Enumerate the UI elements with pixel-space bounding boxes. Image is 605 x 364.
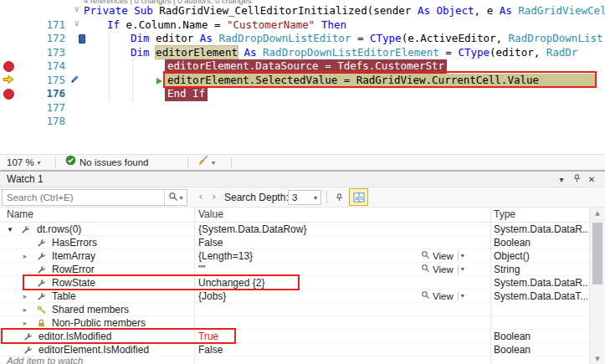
watch-value[interactable]: Unchanged {2} — [198, 276, 420, 290]
svg-text:b: b — [360, 195, 363, 201]
search-depth-value: 3 — [292, 192, 297, 203]
watch-row[interactable]: ▸ Non-Public members — [0, 316, 590, 330]
watch-name[interactable]: RowState — [52, 276, 95, 290]
magnifier-icon — [421, 290, 430, 303]
code-line-breakpoint[interactable]: 177 End If — [0, 87, 605, 101]
code-cleanup-broom-icon — [197, 155, 208, 171]
watch-type: Boolean — [494, 236, 587, 249]
code-line-current[interactable]: 176 editorElement.SelectedValue = RadGri… — [0, 74, 605, 88]
scrollbar-thumb[interactable] — [592, 223, 602, 285]
watch-row[interactable]: RowError "" View ▾ String — [0, 263, 590, 276]
editor-status-bar: 107 % ▾ No issues found ▾ — [0, 154, 605, 171]
separator — [326, 191, 327, 203]
watch-value[interactable]: False — [198, 343, 420, 356]
column-header-type[interactable]: Type — [494, 208, 515, 222]
watch-row[interactable]: HasErrors False Boolean — [0, 236, 590, 249]
watch-name[interactable]: editor.IsModified — [38, 330, 111, 343]
outline-collapse-icon[interactable]: ∨ — [74, 17, 79, 31]
watch-name[interactable]: HasErrors — [52, 236, 97, 249]
code-line[interactable]: 172 ∨ If e.Column.Name = "CustomerName" … — [0, 18, 605, 33]
expander-collapsed-icon[interactable]: ▸ — [20, 316, 30, 330]
expander-expanded-icon[interactable]: ▾ — [5, 223, 15, 236]
code-cleanup-button[interactable]: ▾ — [197, 155, 215, 171]
expander-collapsed-icon[interactable]: ▸ — [20, 303, 30, 316]
code-line[interactable]: 173 Dim editor As RadDropDownListEditor … — [0, 32, 605, 46]
watch-row[interactable]: RowState Unchanged {2} System.Data.DataR… — [0, 276, 590, 290]
search-prev-icon[interactable]: ‹ — [195, 189, 207, 206]
search-dropdown[interactable]: ▾ — [164, 190, 187, 205]
view-visualizer-control[interactable]: View ▾ — [421, 263, 485, 276]
code-token: Private Sub — [84, 4, 159, 17]
watch-name[interactable]: ItemArray — [52, 249, 95, 263]
pin-values-button[interactable] — [331, 189, 347, 206]
watch-type: System.Data.DataT... — [494, 290, 587, 303]
close-icon[interactable]: ✕ — [585, 173, 598, 187]
watch-row[interactable]: ▸ ItemArray {Length=13} View ▾ Object() — [0, 249, 590, 263]
code-token: RadGridViewCellEdit — [518, 4, 605, 17]
watch-row[interactable]: ▸ Table {Jobs} View ▾ System.Data.DataT.… — [0, 290, 590, 303]
watch-value[interactable]: {Jobs} — [198, 290, 420, 303]
wrench-icon — [23, 331, 33, 341]
search-depth-select[interactable]: 3 ▾ — [288, 190, 321, 205]
view-visualizer-control[interactable]: View ▾ — [421, 249, 485, 263]
watch-name[interactable]: Table — [52, 290, 76, 303]
code-line[interactable]: 174 Dim editorElement As RadDropDownList… — [0, 46, 605, 60]
code-token: (e.ActiveEditor, — [402, 32, 509, 44]
column-header-value[interactable]: Value — [198, 208, 223, 222]
code-token: Dim — [131, 32, 156, 44]
separator — [231, 157, 232, 168]
document-health-indicator[interactable]: No issues found — [65, 155, 148, 171]
window-position-chevron-icon[interactable]: ▾ — [555, 173, 568, 187]
code-token: editorElement.SelectedValue = RadGridVie… — [167, 74, 539, 86]
watch-value[interactable]: {System.Data.DataRow} — [198, 223, 420, 236]
watch-name[interactable]: Shared members — [52, 303, 129, 316]
code-token: End If — [167, 87, 205, 100]
watch-title-bar[interactable]: Watch 1 ▾ ✕ — [0, 171, 605, 187]
watch-row[interactable]: ▾ dt.rows(0) {System.Data.DataRow} Syste… — [0, 223, 590, 236]
watch-window: Watch 1 ▾ ✕ ▾ ‹ › Search Depth: 3 ▾ ab — [0, 171, 605, 364]
zoom-control[interactable]: 107 % ▾ — [7, 155, 41, 171]
wrench-icon — [23, 345, 33, 355]
code-token: CType — [458, 46, 490, 59]
search-box[interactable]: ▾ — [2, 189, 187, 206]
chevron-down-icon: ▾ — [461, 249, 464, 263]
code-editor[interactable]: 4 references | 0 changes | 0 authors, 0 … — [0, 0, 605, 154]
scroll-up-icon[interactable]: ▲ — [590, 208, 605, 218]
separator — [458, 292, 459, 301]
watch-value[interactable]: "" — [198, 263, 420, 276]
watch-row[interactable]: editor.IsModified True Boolean — [0, 330, 590, 343]
watch-name[interactable]: Non-Public members — [52, 316, 146, 330]
watch-row[interactable]: editorElement.IsModified False Boolean — [0, 343, 590, 356]
code-line[interactable]: 178 — [0, 101, 605, 115]
outline-collapse-icon[interactable]: ∨ — [74, 3, 79, 17]
search-input[interactable] — [3, 192, 164, 203]
code-line[interactable]: 171 ∨ Private Sub RadGridView_CellEditor… — [0, 4, 605, 18]
watch-value[interactable]: {Length=13} — [198, 249, 420, 263]
expander-collapsed-icon[interactable]: ▸ — [20, 249, 30, 263]
watch-grid-header[interactable]: Name Value Type — [0, 208, 605, 223]
view-visualizer-control[interactable]: View ▾ — [421, 290, 485, 303]
svg-text:a: a — [355, 195, 358, 201]
column-header-name[interactable]: Name — [7, 208, 33, 222]
pin-icon[interactable] — [570, 173, 583, 187]
watch-name[interactable]: editorElement.IsModified — [38, 343, 149, 356]
code-token: e.Column.Name = — [126, 18, 227, 31]
watch-name[interactable]: RowError — [52, 263, 95, 276]
watch-value-changed[interactable]: True — [198, 330, 420, 343]
scroll-down-icon[interactable]: ▼ — [590, 354, 605, 364]
separator — [187, 157, 188, 168]
chevron-down-icon: ▾ — [179, 194, 182, 202]
code-token: RadGridView_CellEditorInitialized(sender — [159, 4, 418, 17]
code-line-breakpoint[interactable]: 175 editorElement.DataSource = Tdefs.Cus… — [0, 59, 605, 74]
watch-type: Boolean — [494, 343, 587, 356]
code-token: = — [445, 46, 458, 59]
search-next-icon[interactable]: › — [208, 189, 220, 206]
watch-value[interactable]: False — [198, 236, 420, 249]
line-number: 178 — [0, 115, 65, 129]
expander-collapsed-icon[interactable]: ▸ — [20, 290, 30, 303]
add-item-to-watch[interactable]: Add item to watch — [7, 356, 83, 364]
text-format-toggle-button[interactable]: ab — [349, 188, 368, 206]
watch-name[interactable]: dt.rows(0) — [37, 223, 81, 236]
watch-row[interactable]: ▸ Shared members — [0, 303, 590, 316]
health-status-text: No issues found — [79, 155, 148, 171]
